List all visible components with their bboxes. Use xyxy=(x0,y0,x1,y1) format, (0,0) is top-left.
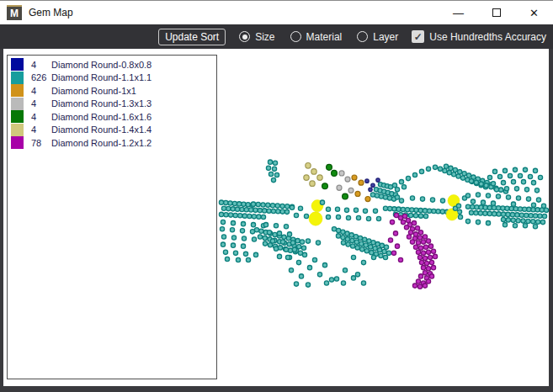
teal-gem-dot xyxy=(366,216,370,220)
gem-map-window: M Gem Map — ✕ Update Sort SizeMaterialLa… xyxy=(0,0,553,392)
legend-item[interactable]: 4Diamond Round-1.4x1.4 xyxy=(8,124,216,137)
legend-item[interactable]: 4Diamond Round-1x1 xyxy=(8,84,216,98)
teal-gem-dot xyxy=(221,220,225,224)
teal-gem-dot xyxy=(401,185,406,189)
radio-material[interactable]: Material xyxy=(290,31,343,43)
toolbar: Update Sort SizeMaterialLayer ✓ Use Hund… xyxy=(0,24,553,49)
teal-gem-dot xyxy=(259,229,263,233)
teal-gem-dot xyxy=(226,206,231,210)
teal-gem-dot xyxy=(531,207,535,211)
teal-gem-dot xyxy=(511,180,515,184)
color-swatch xyxy=(11,124,24,136)
teal-gem-dot xyxy=(253,252,258,257)
teal-gem-dot xyxy=(272,167,276,171)
magenta-gem-dot xyxy=(402,214,407,218)
update-sort-button[interactable]: Update Sort xyxy=(158,29,226,45)
teal-gem-dot xyxy=(471,199,475,204)
teal-gem-dot xyxy=(523,207,527,211)
radio-layer[interactable]: Layer xyxy=(357,31,398,43)
teal-gem-dot xyxy=(320,200,324,204)
teal-gem-dot xyxy=(252,215,256,219)
teal-gem-dot xyxy=(534,214,538,218)
teal-gem-dot xyxy=(486,193,490,198)
teal-gem-dot xyxy=(343,268,347,273)
teal-gem-dot xyxy=(514,187,518,191)
legend-item[interactable]: 626Diamond Round-1.1x1.1 xyxy=(8,72,216,85)
teal-gem-dot xyxy=(538,214,542,218)
teal-gem-dot xyxy=(384,245,388,249)
teal-gem-dot xyxy=(252,237,256,241)
teal-gem-dot xyxy=(406,176,410,180)
teal-gem-dot xyxy=(263,236,267,240)
app-icon-letter: M xyxy=(10,8,19,19)
checkmark-icon: ✓ xyxy=(414,32,423,42)
legend-panel[interactable]: 4Diamond Round-0.8x0.8626Diamond Round-1… xyxy=(7,55,217,379)
use-hundredths-checkbox[interactable]: ✓ Use Hundredths Accuracy xyxy=(412,30,546,43)
teal-gem-dot xyxy=(383,206,387,210)
teal-gem-dot xyxy=(382,249,386,253)
teal-gem-dot xyxy=(536,220,540,224)
teal-gem-dot xyxy=(458,215,462,219)
teal-gem-dot xyxy=(505,206,509,210)
teal-gem-dot xyxy=(469,178,473,183)
magenta-gem-dot xyxy=(431,249,435,253)
legend-item[interactable]: 4Diamond Round-1.6x1.6 xyxy=(8,110,216,124)
magenta-gem-dot xyxy=(412,220,416,225)
navy-gem-dot xyxy=(371,183,375,187)
teal-gem-dot xyxy=(497,174,502,178)
orange-gem-dot xyxy=(365,197,370,202)
legend-item[interactable]: 4Diamond Round-0.8x0.8 xyxy=(8,58,216,72)
khaki-gem-dot xyxy=(304,175,309,181)
teal-gem-dot xyxy=(219,200,223,204)
teal-gem-dot xyxy=(496,194,500,199)
teal-gem-dot xyxy=(518,173,522,177)
navy-gem-dot xyxy=(376,178,380,182)
minimize-button[interactable]: — xyxy=(439,1,477,24)
teal-gem-dot xyxy=(306,239,310,243)
teal-gem-dot xyxy=(483,211,487,215)
teal-gem-dot xyxy=(273,232,277,236)
teal-gem-dot xyxy=(371,255,375,259)
teal-gem-dot xyxy=(502,223,507,227)
radio-unselected-icon xyxy=(357,31,368,42)
teal-gem-dot xyxy=(258,208,262,212)
teal-gem-dot xyxy=(246,257,250,262)
maximize-button[interactable] xyxy=(477,1,515,24)
titlebar: M Gem Map — ✕ xyxy=(0,1,553,24)
teal-gem-dot xyxy=(395,195,399,199)
teal-gem-dot xyxy=(253,208,258,212)
magenta-gem-dot xyxy=(431,266,435,270)
teal-gem-dot xyxy=(544,208,548,212)
teal-gem-dot xyxy=(251,202,255,206)
teal-gem-dot xyxy=(273,161,277,165)
teal-gem-dot xyxy=(341,241,345,245)
teal-gem-dot xyxy=(370,251,374,255)
checkbox-label: Use Hundredths Accuracy xyxy=(429,31,546,43)
teal-gem-dot xyxy=(410,196,414,200)
legend-item[interactable]: 4Diamond Round-1.3x1.3 xyxy=(8,98,216,111)
teal-gem-dot xyxy=(380,243,384,247)
magenta-gem-dot xyxy=(421,266,425,270)
magenta-gem-dot xyxy=(407,235,411,239)
magenta-gem-dot xyxy=(401,220,405,224)
teal-gem-dot xyxy=(457,209,461,214)
teal-gem-dot xyxy=(508,173,512,177)
khaki-gem-dot xyxy=(317,175,322,181)
teal-gem-dot xyxy=(332,227,336,231)
teal-gem-dot xyxy=(370,193,375,197)
teal-gem-dot xyxy=(306,283,310,287)
gem-type-label: Diamond Round-1.6x1.6 xyxy=(51,112,152,122)
close-button[interactable]: ✕ xyxy=(515,1,553,24)
teal-gem-dot xyxy=(274,224,278,228)
magenta-gem-dot xyxy=(423,256,427,260)
teal-gem-dot xyxy=(242,202,246,206)
green-gem-dot xyxy=(332,170,338,176)
teal-gem-dot xyxy=(277,231,281,236)
legend-item[interactable]: 78Diamond Round-1.2x1.2 xyxy=(8,136,216,150)
teal-gem-dot xyxy=(268,160,272,164)
magenta-gem-dot xyxy=(416,250,420,254)
teal-gem-dot xyxy=(237,202,242,206)
radio-size[interactable]: Size xyxy=(239,31,274,43)
magenta-gem-dot xyxy=(418,230,423,235)
teal-gem-dot xyxy=(322,262,327,267)
